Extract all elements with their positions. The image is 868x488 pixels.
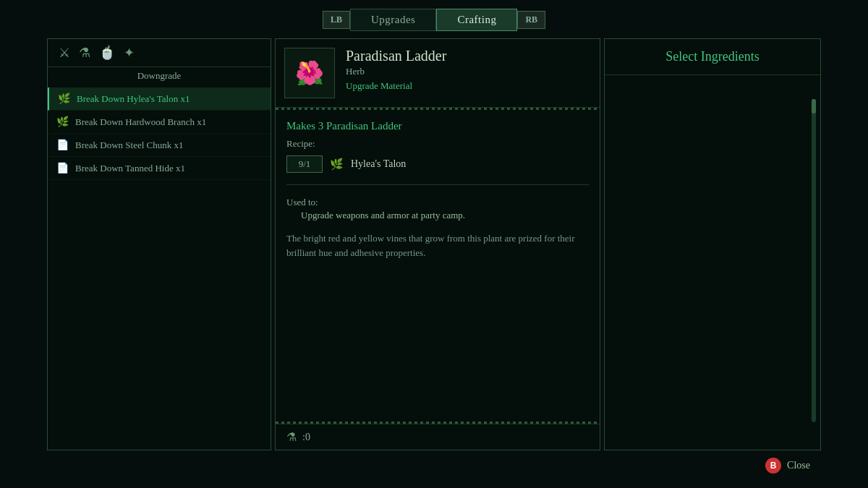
recipe-label-1: Break Down Hylea's Talon x1 [77,93,190,105]
filter-icon-2[interactable]: ⚗ [79,45,90,61]
list-item[interactable]: 📄 Break Down Steel Chunk x1 [48,134,271,157]
ingredient-name: Hylea's Talon [351,158,406,170]
used-to-label: Used to: [286,197,318,207]
recipe-label-4: Break Down Tanned Hide x1 [75,163,185,174]
item-thumbnail: 🌺 [284,48,335,98]
recipe-icon-2: 🌿 [56,116,69,128]
filter-icons: ⚔ ⚗ 🍵 ✦ [48,39,271,67]
rb-button[interactable]: RB [517,11,545,29]
item-emoji: 🌺 [295,59,324,87]
item-tag: Upgrade Material [346,80,591,92]
left-panel: ⚔ ⚗ 🍵 ✦ Downgrade 🌿 Break Down Hylea's T… [47,38,271,450]
recipe-label-3: Break Down Steel Chunk x1 [75,140,183,151]
makes-label: Makes 3 Paradisan Ladder [286,120,589,132]
currency-bar: ⚗ :0 [276,424,600,450]
item-name: Paradisan Ladder [346,48,591,64]
top-nav: LB Upgrades Crafting RB [0,0,868,38]
list-item[interactable]: 🌿 Break Down Hardwood Branch x1 [48,111,271,134]
recipe-icon-3: 📄 [56,139,69,151]
main-content: ⚔ ⚗ 🍵 ✦ Downgrade 🌿 Break Down Hylea's T… [0,38,868,450]
used-to-section: Used to: Upgrade weapons and armor at pa… [286,195,589,221]
quantity-box: 9/1 [286,155,323,173]
tab-upgrades[interactable]: Upgrades [350,9,436,31]
filter-icon-3[interactable]: 🍵 [99,45,115,61]
ingredient-line: 9/1 🌿 Hylea's Talon [286,155,589,173]
recipe-label-2: Break Down Hardwood Branch x1 [75,116,206,128]
ingredient-icon: 🌿 [330,158,344,171]
list-item[interactable]: 📄 Break Down Tanned Hide x1 [48,157,271,180]
item-details: Makes 3 Paradisan Ladder Recipe: 9/1 🌿 H… [276,110,600,421]
downgrade-label: Downgrade [48,67,271,87]
divider [286,184,589,185]
description-text: The bright red and yellow vines that gro… [286,231,589,260]
used-to-text: Upgrade weapons and armor at party camp. [286,210,465,221]
item-info: Paradisan Ladder Herb Upgrade Material [346,48,591,92]
lb-button[interactable]: LB [323,11,350,29]
bottom-actions: B Close [765,458,810,474]
scroll-thumb [812,99,816,114]
recipe-icon-4: 📄 [56,162,69,174]
currency-icon: ⚗ [286,430,297,444]
recipe-list: 🌿 Break Down Hylea's Talon x1 🌿 Break Do… [48,87,271,180]
scrollbar[interactable] [812,99,816,422]
filter-icon-4[interactable]: ✦ [124,45,135,61]
item-header: 🌺 Paradisan Ladder Herb Upgrade Material [276,39,600,108]
select-ingredients-header: Select Ingredients [605,39,820,75]
recipe-section-label: Recipe: [286,138,589,150]
recipe-icon-1: 🌿 [58,93,71,105]
close-label: Close [787,460,810,471]
middle-panel: 🌺 Paradisan Ladder Herb Upgrade Material… [275,38,600,450]
tab-crafting[interactable]: Crafting [436,9,517,31]
list-item[interactable]: 🌿 Break Down Hylea's Talon x1 [48,87,271,111]
item-type: Herb [346,66,591,77]
filter-icon-1[interactable]: ⚔ [59,45,70,61]
b-button-icon[interactable]: B [765,458,781,474]
right-panel: Select Ingredients [604,38,821,450]
currency-value: :0 [302,432,310,443]
